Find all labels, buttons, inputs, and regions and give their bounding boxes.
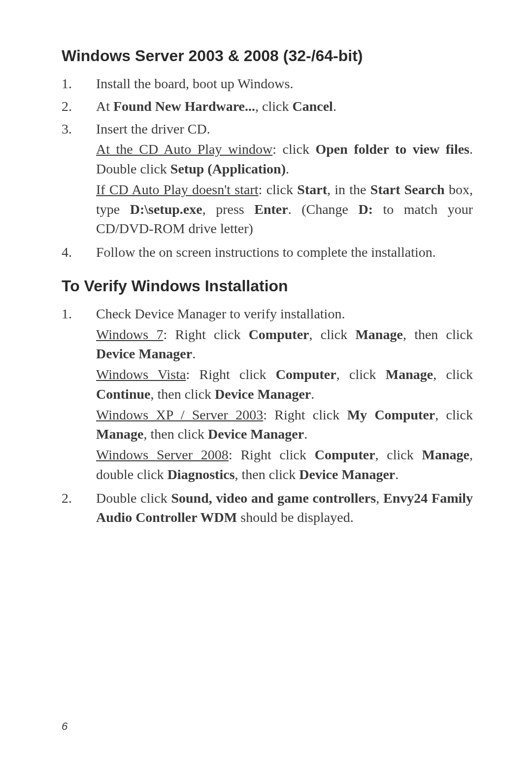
- list-item: 2. At Found New Hardware..., click Cance…: [62, 97, 473, 116]
- item-number: 2.: [62, 488, 96, 528]
- text: , in the: [327, 182, 370, 197]
- bold-text: Enter: [254, 202, 288, 217]
- list-item: 1. Check Device Manager to verify instal…: [62, 304, 473, 485]
- text: , click: [375, 447, 422, 462]
- bold-text: Cancel: [292, 99, 332, 114]
- text: , then click: [235, 467, 299, 482]
- item-content: Install the board, boot up Windows.: [96, 74, 473, 94]
- text: , press: [202, 202, 255, 217]
- underlined-text: Windows Vista: [96, 367, 186, 382]
- underlined-text: Windows 7: [96, 327, 163, 342]
- bold-text: Manage: [96, 426, 143, 442]
- text: .: [395, 467, 399, 482]
- bold-text: Start Search: [370, 182, 445, 197]
- text: : click: [259, 182, 298, 197]
- bold-text: Setup (Application): [170, 161, 286, 176]
- item-content: Insert the driver CD. At the CD Auto Pla…: [96, 119, 473, 240]
- section-heading-2: To Verify Windows Installation: [62, 277, 473, 295]
- bold-text: Computer: [276, 367, 336, 382]
- bold-text: Manage: [386, 367, 433, 382]
- item-number: 1.: [62, 74, 96, 94]
- paragraph: If CD Auto Play doesn't start: click Sta…: [96, 180, 473, 239]
- text: : Right click: [229, 447, 315, 462]
- item-content: Follow the on screen instructions to com…: [96, 242, 473, 262]
- text: , click: [435, 407, 473, 422]
- underlined-text: If CD Auto Play doesn't start: [96, 182, 259, 197]
- paragraph: Windows Vista: Right click Computer, cli…: [96, 365, 473, 404]
- text: ,: [376, 490, 383, 506]
- text: .: [304, 426, 307, 442]
- item-content: At Found New Hardware..., click Cancel.: [96, 97, 473, 116]
- verify-steps-list: 1. Check Device Manager to verify instal…: [62, 304, 473, 527]
- text: Double click: [96, 490, 171, 506]
- text: At: [96, 99, 113, 114]
- text: , then click: [143, 426, 208, 442]
- text: , then click: [150, 386, 215, 402]
- underlined-text: Windows XP / Server 2003: [96, 407, 263, 422]
- list-item: 1. Install the board, boot up Windows.: [62, 74, 473, 94]
- list-item: 2. Double click Sound, video and game co…: [62, 488, 473, 528]
- bold-text: Sound, video and game controllers: [171, 490, 376, 506]
- text: should be displayed.: [237, 510, 353, 525]
- item-number: 2.: [62, 97, 96, 116]
- bold-text: Manage: [422, 447, 469, 462]
- text: , click: [433, 367, 473, 382]
- paragraph: Windows 7: Right click Computer, click M…: [96, 325, 473, 364]
- bold-text: Computer: [249, 327, 309, 342]
- bold-text: D:: [358, 202, 373, 217]
- bold-text: Found New Hardware...: [113, 99, 255, 114]
- bold-text: Manage: [355, 327, 402, 342]
- text: : Right click: [186, 367, 275, 382]
- bold-text: Start: [297, 182, 327, 197]
- underlined-text: Windows Server 2008: [96, 447, 229, 462]
- bold-text: Device Manager: [208, 426, 304, 442]
- paragraph: At the CD Auto Play window: click Open f…: [96, 139, 473, 179]
- item-content: Double click Sound, video and game contr…: [96, 488, 473, 528]
- bold-text: Computer: [315, 447, 375, 462]
- text: , click: [336, 367, 386, 382]
- underlined-text: At the CD Auto Play window: [96, 141, 272, 157]
- page-number: 6: [62, 720, 67, 733]
- list-item: 3. Insert the driver CD. At the CD Auto …: [62, 119, 473, 240]
- text: , click: [255, 99, 292, 114]
- item-number: 4.: [62, 242, 96, 262]
- item-number: 3.: [62, 119, 96, 240]
- bold-text: Device Manager: [299, 467, 395, 482]
- bold-text: Diagnostics: [167, 467, 235, 482]
- text: : Right click: [163, 327, 248, 342]
- text: .: [333, 99, 336, 114]
- paragraph: Windows Server 2008: Right click Compute…: [96, 445, 473, 484]
- paragraph: Check Device Manager to verify installat…: [96, 304, 473, 324]
- item-number: 1.: [62, 304, 96, 485]
- paragraph: Windows XP / Server 2003: Right click My…: [96, 405, 473, 445]
- bold-text: Device Manager: [215, 386, 311, 402]
- section-heading-1: Windows Server 2003 & 2008 (32-/64-bit): [62, 47, 473, 65]
- text: , then click: [403, 327, 473, 342]
- text: .: [286, 161, 289, 176]
- text: .: [192, 346, 196, 361]
- text: : Right click: [263, 407, 347, 422]
- bold-text: Device Manager: [96, 346, 192, 361]
- bold-text: Open folder to view files: [316, 141, 469, 157]
- install-steps-list: 1. Install the board, boot up Windows. 2…: [62, 74, 473, 262]
- text: : click: [272, 141, 315, 157]
- bold-text: Continue: [96, 386, 150, 402]
- list-item: 4. Follow the on screen instructions to …: [62, 242, 473, 262]
- text: .: [311, 386, 314, 402]
- text: , click: [309, 327, 356, 342]
- bold-text: My Computer: [347, 407, 435, 422]
- bold-text: D:\setup.exe: [130, 202, 202, 217]
- paragraph: Insert the driver CD.: [96, 119, 473, 139]
- text: . (Change: [288, 202, 359, 217]
- item-content: Check Device Manager to verify installat…: [96, 304, 473, 485]
